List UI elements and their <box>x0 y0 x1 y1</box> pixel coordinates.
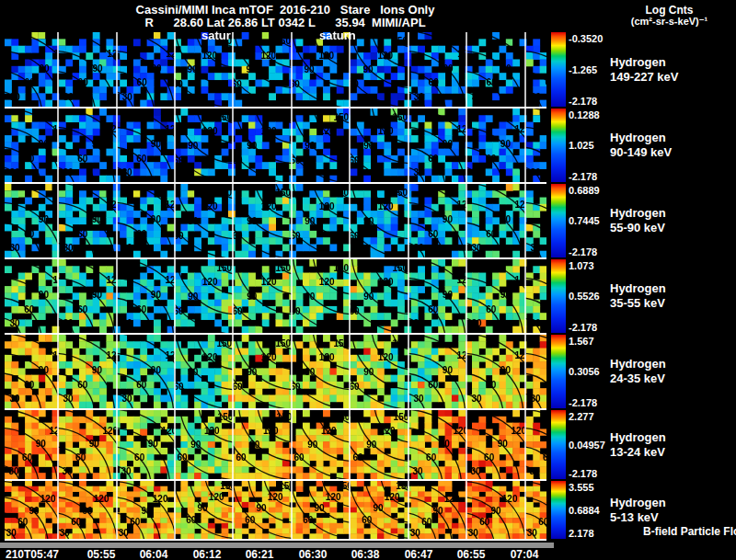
time-tick-label-7: 06:47 <box>391 548 446 560</box>
panel-label-7: Hydrogen5-13 keV <box>610 496 666 525</box>
colorbar-tick-top-7: 3.555 <box>569 482 594 493</box>
spectrogram-panel-7 <box>5 481 546 541</box>
spectrogram-canvas-4 <box>5 259 546 333</box>
colorbar-legend-units: (cm²-sr-s-keV)⁻¹ <box>603 16 736 28</box>
colorbar-2 <box>551 109 566 182</box>
species-label: Hydrogen <box>610 131 672 145</box>
time-tick-label-9: 07:04 <box>497 548 552 560</box>
time-tick-label-2: 06:04 <box>126 548 181 560</box>
species-label: Hydrogen <box>610 281 666 296</box>
colorbar-tick-mid-7: 0.6884 <box>569 505 600 516</box>
panel-label-1: Hydrogen149-227 keV <box>610 55 678 85</box>
energy-range-label: 5-13 keV <box>610 510 666 525</box>
colorbar-tick-top-5: 1.567 <box>569 336 594 347</box>
panel-label-6: Hydrogen13-24 keV <box>610 430 666 460</box>
species-label: Hydrogen <box>610 430 666 445</box>
spectrogram-panel-5 <box>5 335 546 410</box>
colorbar-tick-mid-5: 0.3056 <box>569 366 600 377</box>
colorbar-legend-title: Log Cnts <box>603 4 736 17</box>
colorbar-tick-bottom-5: -2.178 <box>569 397 597 408</box>
spectrogram-panel-4 <box>5 259 546 335</box>
colorbar-tick-mid-6: 0.04957 <box>569 440 605 451</box>
time-tick-label-8: 06:55 <box>443 548 499 560</box>
panel-label-2: Hydrogen90-149 keV <box>610 131 672 160</box>
colorbar-tick-bottom-2: -2.178 <box>569 171 597 182</box>
colorbar-tick-top-3: 0.6889 <box>569 185 600 196</box>
colorbar-tick-mid-1: -1.265 <box>569 64 597 75</box>
energy-range-label: 149-227 keV <box>610 70 678 85</box>
saturn-label-partial: satur <box>201 29 231 42</box>
panel-label-4: Hydrogen35-55 keV <box>610 281 666 311</box>
time-tick-label-6: 06:38 <box>338 548 393 560</box>
colorbar-tick-top-2: 0.1288 <box>569 109 600 120</box>
bfield-flow-label: B-field Particle Flow <box>643 525 736 538</box>
colorbar-tick-bottom-3: -2.178 <box>569 246 597 257</box>
colorbar-7 <box>551 481 566 539</box>
spectrogram-panel-2 <box>5 109 546 184</box>
spectrogram-canvas-1 <box>5 32 546 107</box>
panel-label-5: Hydrogen24-35 keV <box>610 357 666 386</box>
spectrogram-canvas-7 <box>5 481 546 539</box>
time-tick-label-5: 06:30 <box>285 548 340 560</box>
species-label: Hydrogen <box>610 357 666 371</box>
time-tick-label-1: 05:55 <box>74 548 129 560</box>
time-tick-label-0: 210T05:47 <box>6 548 59 560</box>
colorbar-5 <box>551 335 566 408</box>
energy-range-label: 55-90 keV <box>610 221 666 235</box>
colorbar-tick-bottom-6: -2.178 <box>569 468 597 479</box>
energy-range-label: 90-149 keV <box>610 145 672 160</box>
colorbar-tick-mid-2: 1.025 <box>569 140 594 151</box>
species-label: Hydrogen <box>610 55 678 70</box>
spectrogram-canvas-5 <box>5 335 546 408</box>
app-root: { "header": { "title_line1": "Cassini/MI… <box>0 0 736 560</box>
title-line-2: R 28.60 Lat 26.86 LT 0342 L 35.94 MIMI/A… <box>0 16 570 29</box>
energy-range-label: 24-35 keV <box>610 371 666 386</box>
colorbar-tick-top-4: 1.073 <box>569 260 594 271</box>
colorbar-tick-mid-3: 0.7445 <box>569 215 600 226</box>
colorbar-1 <box>551 32 566 107</box>
title-line-1: Cassini/MIMI Inca mTOF 2016-210 Stare Io… <box>0 3 570 17</box>
saturn-label: saturn <box>319 29 356 42</box>
spectrogram-panel-6 <box>5 410 546 481</box>
spectrogram-panel-1 <box>5 32 546 109</box>
time-tick-label-4: 06:21 <box>232 548 287 560</box>
colorbar-tick-top-6: 2.277 <box>569 411 594 422</box>
colorbar-tick-bottom-1: -2.178 <box>569 96 597 107</box>
colorbar-4 <box>551 259 566 333</box>
spectrogram-canvas-6 <box>5 410 546 479</box>
spectrogram-canvas-2 <box>5 109 546 182</box>
spectrogram-panel-3 <box>5 184 546 259</box>
time-tick-label-3: 06:12 <box>179 548 235 560</box>
colorbar-tick-top-1: -0.3520 <box>569 33 603 44</box>
colorbar-tick-mid-4: 0.5526 <box>569 291 600 302</box>
species-label: Hydrogen <box>610 496 666 510</box>
energy-range-label: 35-55 keV <box>610 296 666 311</box>
colorbar-6 <box>551 410 566 479</box>
species-label: Hydrogen <box>610 206 666 221</box>
spectrogram-canvas-3 <box>5 184 546 257</box>
colorbar-tick-bottom-4: -2.178 <box>569 322 597 333</box>
panel-label-3: Hydrogen55-90 keV <box>610 206 666 235</box>
colorbar-3 <box>551 184 566 257</box>
colorbar-tick-bottom-7: 2.178 <box>569 528 594 539</box>
energy-range-label: 13-24 keV <box>610 445 666 460</box>
